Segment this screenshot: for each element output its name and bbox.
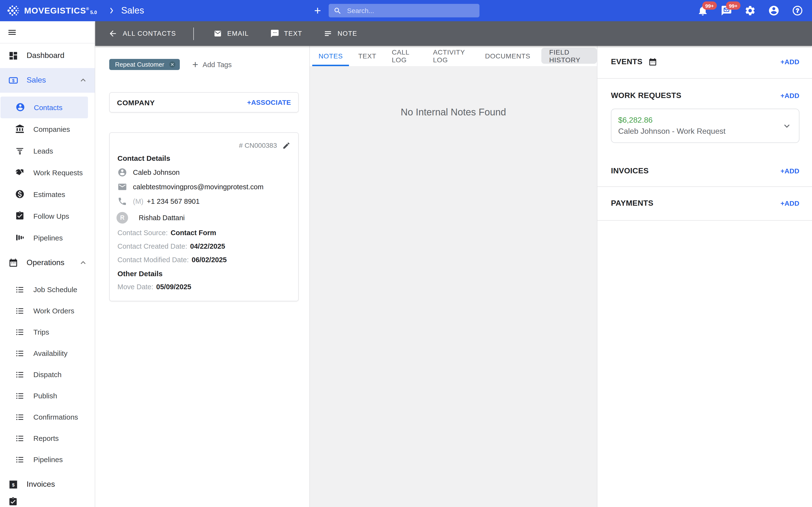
field-label: Contact Modified Date:: [117, 256, 189, 264]
chevron-up-icon: [78, 75, 88, 85]
sidebar-item-follow-ups[interactable]: Follow Ups: [0, 205, 88, 227]
list-icon: [15, 391, 24, 401]
sidebar-item-confirmations[interactable]: Confirmations: [0, 406, 88, 428]
sidebar-item-estimates[interactable]: Estimates: [0, 183, 88, 205]
bank-icon: [15, 124, 24, 134]
chevron-down-icon[interactable]: [781, 120, 792, 131]
sidebar-item-dashboard[interactable]: Dashboard: [0, 44, 95, 68]
sidebar-item-label: Operations: [27, 259, 64, 267]
contact-details-title: Contact Details: [117, 154, 291, 164]
sales-submenu: Contacts Companies Leads Work Requests E…: [0, 93, 95, 250]
sidebar-item-reports[interactable]: Reports: [0, 428, 88, 449]
hamburger-icon: [7, 27, 17, 37]
tab-text[interactable]: TEXT: [352, 46, 383, 66]
tab-activity-log[interactable]: ACTIVITY LOG: [427, 46, 476, 66]
text-action-button[interactable]: TEXT: [270, 29, 302, 38]
sidebar-item-publish[interactable]: Publish: [0, 385, 88, 406]
sidebar-item-availability[interactable]: Availability: [0, 343, 88, 364]
breadcrumb-chevron-icon: [108, 7, 115, 14]
list-icon: [15, 349, 24, 358]
work-request-card[interactable]: $6,282.86 Caleb Johnson - Work Request: [611, 109, 800, 143]
quick-add-button[interactable]: +: [314, 5, 321, 16]
note-action-button[interactable]: NOTE: [323, 29, 357, 38]
add-payment-button[interactable]: +ADD: [780, 200, 800, 207]
sales-icon: [8, 75, 18, 86]
sidebar: Dashboard Sales Contacts Companies Lea: [0, 21, 95, 507]
sidebar-item-label: Job Schedule: [33, 286, 77, 294]
edit-contact-button[interactable]: [282, 141, 291, 150]
sidebar-item-label: Publish: [33, 392, 57, 400]
contact-details-card: # CN000383 Contact Details Caleb Johnson: [109, 132, 299, 301]
field-value: 04/22/2025: [190, 242, 225, 250]
calendar-icon: [648, 57, 657, 66]
search-input[interactable]: [346, 6, 475, 15]
pencil-icon: [282, 141, 291, 150]
contacts-icon: [15, 103, 25, 112]
settings-button[interactable]: [744, 5, 756, 16]
list-icon: [15, 306, 24, 316]
add-event-button[interactable]: +ADD: [780, 58, 800, 66]
breadcrumb: Sales: [121, 5, 144, 16]
email-action-button[interactable]: EMAIL: [213, 29, 249, 38]
dashboard-icon: [8, 51, 18, 61]
tab-documents[interactable]: DOCUMENTS: [479, 46, 537, 66]
field-label: Move Date:: [117, 283, 153, 291]
move-date-row: Move Date: 05/09/2025: [117, 282, 291, 292]
sidebar-item-clipped[interactable]: [0, 497, 95, 507]
work-request-amount: $6,282.86: [618, 114, 792, 125]
messages-button[interactable]: 99+: [721, 5, 732, 16]
sidebar-item-work-requests[interactable]: Work Requests: [0, 162, 88, 183]
sidebar-item-leads[interactable]: Leads: [0, 140, 88, 162]
gear-icon: [744, 5, 756, 16]
tag-remove-icon[interactable]: [169, 61, 176, 68]
sidebar-item-job-schedule[interactable]: Job Schedule: [0, 279, 88, 300]
logo-registered-mark: ®: [86, 6, 89, 11]
notifications-button[interactable]: 99+: [697, 5, 709, 16]
brand-logo: MOVEGISTICS® 5.0 Sales: [0, 3, 144, 18]
chat-bubble-icon: [270, 29, 279, 38]
sidebar-item-operations[interactable]: Operations: [0, 250, 95, 275]
field-label: Contact Created Date:: [117, 242, 187, 250]
tab-call-log[interactable]: CALL LOG: [386, 46, 424, 66]
associate-company-button[interactable]: +ASSOCIATE: [247, 99, 291, 106]
tab-field-history[interactable]: FIELD HISTORY: [542, 48, 597, 64]
dollar-circle-icon: [15, 189, 24, 199]
sidebar-item-work-orders[interactable]: Work Orders: [0, 300, 88, 322]
receipt-icon: [8, 480, 18, 490]
sidebar-item-label: Reports: [33, 434, 59, 443]
sidebar-item-dispatch[interactable]: Dispatch: [0, 364, 88, 385]
sidebar-item-companies[interactable]: Companies: [0, 118, 88, 140]
sidebar-item-trips[interactable]: Trips: [0, 322, 88, 343]
contact-phone: +1 234 567 8901: [147, 198, 200, 205]
back-to-all-contacts-button[interactable]: ALL CONTACTS: [108, 29, 176, 38]
pipeline-icon: [15, 233, 24, 243]
add-tags-button[interactable]: + Add Tags: [192, 59, 232, 69]
invoices-section: INVOICES +ADD: [611, 165, 800, 177]
work-request-name: Caleb Johnson - Work Request: [618, 125, 792, 137]
sidebar-item-label: Companies: [33, 125, 70, 133]
help-button[interactable]: [792, 5, 803, 16]
tag-label: Repeat Customer: [115, 61, 164, 68]
add-invoice-button[interactable]: +ADD: [780, 167, 800, 175]
logo-globe-icon: [6, 3, 20, 18]
related-records-panel: EVENTS +ADD WORK REQUESTS +ADD $6,282.86: [597, 46, 812, 507]
tab-notes[interactable]: NOTES: [312, 46, 349, 66]
tag-chip-repeat-customer[interactable]: Repeat Customer: [109, 59, 180, 70]
list-icon: [15, 412, 24, 422]
field-label: Contact Source:: [117, 229, 168, 237]
global-search[interactable]: [329, 4, 479, 17]
phone-icon: [117, 196, 127, 206]
company-card: COMPANY +ASSOCIATE: [109, 92, 299, 113]
sidebar-item-pipelines-operations[interactable]: Pipelines: [0, 449, 88, 470]
sidebar-item-invoices[interactable]: Invoices: [0, 472, 95, 497]
menu-toggle-button[interactable]: [7, 27, 17, 37]
account-button[interactable]: [768, 5, 779, 16]
sidebar-item-sales[interactable]: Sales: [0, 68, 95, 93]
sidebar-item-contacts[interactable]: Contacts: [0, 97, 88, 118]
contact-name: Caleb Johnson: [133, 169, 180, 176]
sidebar-item-pipelines-sales[interactable]: Pipelines: [0, 227, 88, 249]
help-icon: [792, 5, 803, 16]
activity-panel: NOTES TEXT CALL LOG ACTIVITY LOG DOCUMEN…: [309, 46, 597, 507]
add-work-request-button[interactable]: +ADD: [780, 92, 800, 100]
empty-message: No Internal Notes Found: [401, 107, 506, 507]
